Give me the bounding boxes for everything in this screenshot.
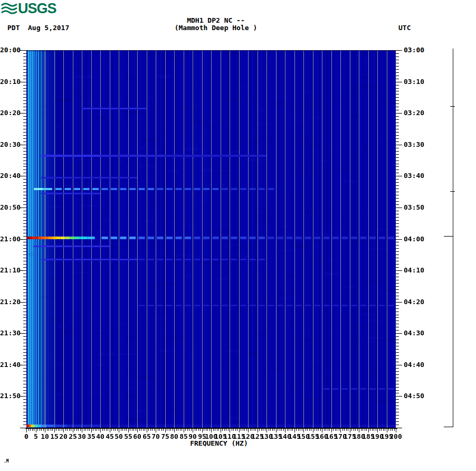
time-tick-minor-left: [23, 56, 26, 57]
freq-tick-minor: [283, 429, 284, 431]
time-tick-minor-right: [396, 192, 399, 192]
freq-tick-minor: [215, 429, 215, 431]
time-label-left: 21:20: [0, 298, 21, 306]
freq-tick-major: [156, 429, 156, 432]
freq-tick-minor: [261, 429, 262, 431]
time-tick-minor-left: [23, 166, 26, 167]
time-tick-major-left: [20, 50, 26, 51]
freq-tick-major: [331, 429, 332, 432]
time-tick-major-right: [396, 208, 402, 208]
time-label-left: 20:50: [0, 204, 21, 211]
time-tick-minor-left: [23, 135, 26, 136]
time-tick-minor-left: [23, 255, 26, 255]
time-tick-minor-left: [23, 406, 26, 406]
freq-tick-minor: [237, 429, 237, 431]
time-tick-minor-right: [396, 107, 399, 107]
time-tick-minor-right: [396, 362, 399, 362]
freq-tick-minor: [99, 429, 99, 431]
freq-tick-minor: [218, 429, 219, 431]
freq-tick-minor: [40, 429, 40, 431]
time-tick-minor-left: [23, 402, 26, 403]
time-tick-minor-right: [396, 198, 399, 199]
time-tick-minor-right: [396, 425, 399, 425]
time-tick-minor-right: [396, 185, 399, 186]
freq-tick-minor: [281, 429, 282, 431]
time-tick-minor-right: [396, 166, 399, 167]
time-tick-minor-left: [23, 315, 26, 315]
freq-tick-minor: [115, 429, 116, 431]
freq-tick-minor: [376, 429, 376, 431]
freq-tick-minor: [85, 429, 86, 431]
time-tick-minor-left: [23, 378, 26, 378]
time-tick-minor-right: [396, 182, 399, 183]
time-tick-minor-right: [396, 374, 399, 375]
time-tick-minor-left: [23, 264, 26, 265]
time-tick-major-left: [20, 82, 26, 82]
freq-tick-minor: [69, 429, 70, 431]
time-tick-minor-right: [396, 100, 399, 101]
time-tick-minor-left: [23, 185, 26, 186]
time-label-left: 21:40: [0, 361, 21, 369]
freq-tick-minor: [233, 429, 234, 431]
time-label-right: 04:30: [404, 329, 424, 337]
time-tick-minor-right: [396, 308, 399, 309]
freq-tick-minor: [141, 429, 141, 431]
time-tick-minor-left: [23, 217, 26, 218]
time-tick-minor-right: [396, 245, 399, 246]
freq-tick-major: [211, 429, 212, 432]
time-tick-minor-left: [23, 79, 26, 79]
freq-tick-minor: [370, 429, 370, 431]
freq-tick-major: [266, 429, 267, 432]
time-label-right: 04:40: [404, 361, 424, 369]
time-tick-minor-left: [23, 368, 26, 369]
time-label-right: 04:20: [404, 298, 424, 306]
time-tick-minor-left: [23, 312, 26, 312]
time-tick-minor-left: [23, 286, 26, 287]
time-tick-minor-left: [23, 267, 26, 268]
time-tick-minor-right: [396, 204, 399, 205]
freq-tick-minor: [311, 429, 311, 431]
time-tick-minor-right: [396, 230, 399, 230]
freq-tick-minor: [163, 429, 164, 431]
freq-tick-minor: [318, 429, 319, 431]
freq-tick-major: [294, 429, 295, 432]
time-tick-minor-left: [23, 371, 26, 372]
freq-tick-minor: [161, 429, 162, 431]
freq-tick-minor: [357, 429, 358, 431]
freq-tick-minor: [122, 429, 123, 431]
footer-note: .M: [4, 459, 9, 464]
time-tick-minor-left: [23, 72, 26, 73]
time-tick-minor-right: [396, 132, 399, 133]
time-tick-minor-left: [23, 91, 26, 91]
timezone-left-label: PDT: [7, 24, 20, 32]
time-tick-minor-left: [23, 97, 26, 98]
time-tick-minor-right: [396, 299, 399, 299]
time-tick-minor-right: [396, 126, 399, 126]
time-tick-minor-right: [396, 227, 399, 227]
freq-tick-minor: [176, 429, 177, 431]
time-tick-minor-right: [396, 72, 399, 73]
time-tick-minor-right: [396, 312, 399, 312]
time-label-right: 04:10: [404, 267, 424, 274]
freq-tick-minor: [226, 429, 226, 431]
time-tick-minor-left: [23, 148, 26, 148]
time-label-right: 04:50: [404, 392, 424, 400]
time-tick-minor-right: [396, 286, 399, 287]
time-tick-major-right: [396, 82, 402, 82]
freq-tick-minor: [198, 429, 199, 431]
freq-tick-minor: [346, 429, 347, 431]
time-tick-minor-left: [23, 195, 26, 195]
freq-tick-minor: [307, 429, 308, 431]
freq-axis-title: FREQUENCY (HZ): [164, 440, 274, 447]
time-tick-minor-left: [23, 343, 26, 343]
freq-tick-minor: [232, 429, 232, 431]
time-tick-minor-right: [396, 164, 399, 164]
time-tick-minor-right: [396, 66, 399, 67]
freq-tick-minor: [302, 429, 302, 431]
time-tick-minor-left: [23, 211, 26, 211]
time-tick-minor-left: [23, 66, 26, 67]
time-tick-minor-left: [23, 359, 26, 359]
freq-tick-major: [248, 429, 249, 432]
time-tick-minor-right: [396, 315, 399, 315]
freq-tick-minor: [379, 429, 380, 431]
